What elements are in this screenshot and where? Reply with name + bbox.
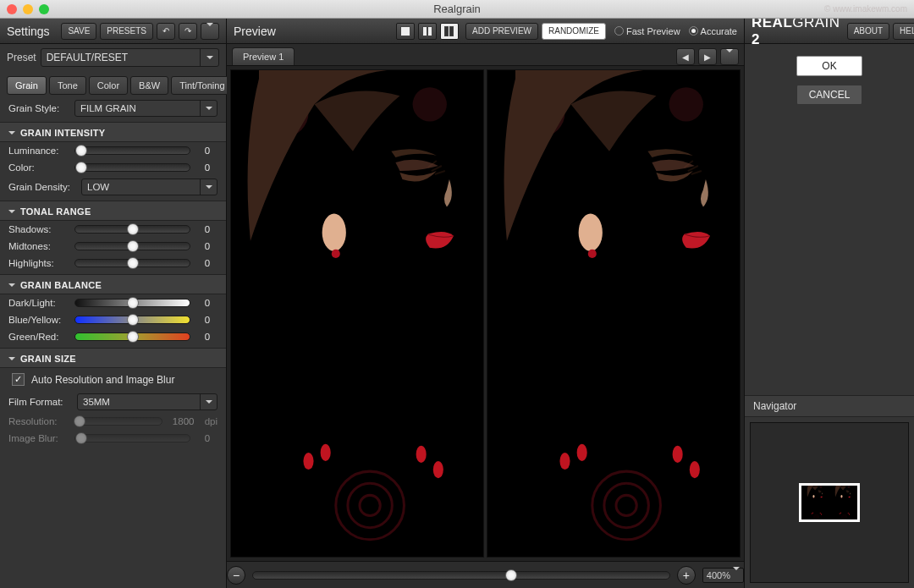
settings-label: Settings (7, 25, 50, 38)
color-slider[interactable] (74, 162, 190, 173)
luminance-slider[interactable] (74, 145, 190, 157)
blur-label: Image Blur: (8, 433, 68, 443)
blueyellow-label: Blue/Yellow: (8, 315, 68, 325)
film-format-select[interactable]: 35MM (77, 393, 217, 410)
view-single-button[interactable] (396, 23, 415, 40)
settings-tabs: Grain Tone Color B&W Tint/Toning (0, 71, 226, 97)
darklight-slider[interactable] (74, 297, 190, 309)
zoom-value-select[interactable]: 400% (702, 568, 744, 583)
tab-tint[interactable]: Tint/Toning (171, 76, 233, 95)
window-title: Realgrain (433, 3, 481, 15)
randomize-button[interactable]: RANDOMIZE (542, 23, 606, 40)
midtones-label: Midtones: (8, 241, 68, 251)
auto-resolution-checkbox[interactable]: ✓ (12, 373, 25, 386)
help-button[interactable]: HELP (893, 23, 914, 40)
blueyellow-value: 0 (197, 315, 217, 325)
midtones-slider[interactable] (74, 240, 190, 252)
darklight-label: Dark/Light: (8, 298, 68, 308)
grain-density-select[interactable]: LOW (81, 179, 217, 195)
midtones-value: 0 (197, 241, 217, 251)
section-tonal-range[interactable]: TONAL RANGE (0, 201, 226, 221)
preview-area (227, 66, 744, 561)
next-tab-button[interactable]: ▶ (698, 48, 717, 65)
grain-style-label: Grain Style: (8, 103, 69, 113)
navigator-thumbnail[interactable] (799, 483, 860, 522)
preview-tabs: Preview 1 ◀ ▶ (227, 44, 744, 66)
preview-label: Preview (234, 25, 276, 38)
view-sidebyside-button[interactable] (440, 23, 459, 40)
redo-button[interactable]: ↷ (179, 23, 197, 40)
blur-value: 0 (197, 433, 217, 443)
greenred-slider[interactable] (74, 331, 190, 343)
grain-style-select[interactable]: FILM GRAIN (74, 100, 217, 117)
greenred-value: 0 (197, 332, 217, 342)
tab-tone[interactable]: Tone (49, 76, 86, 95)
fast-preview-radio[interactable]: Fast Preview (614, 26, 680, 36)
resolution-slider (74, 415, 162, 427)
zoom-slider[interactable] (252, 569, 670, 581)
color-value: 0 (197, 162, 217, 173)
tab-grain[interactable]: Grain (7, 76, 47, 95)
watermark: © www.imakewm.com (824, 4, 907, 14)
zoom-bar: − + 400% (227, 561, 744, 588)
undo-button[interactable]: ↶ (157, 23, 175, 40)
titlebar: Realgrain © www.imakewm.com (0, 0, 914, 19)
view-split-button[interactable] (418, 23, 437, 40)
chevron-down-icon (200, 394, 217, 409)
add-preview-button[interactable]: ADD PREVIEW (465, 23, 538, 40)
luminance-label: Luminance: (8, 146, 68, 156)
darklight-value: 0 (197, 298, 217, 308)
highlights-label: Highlights: (8, 258, 68, 268)
chevron-down-icon (200, 49, 218, 66)
zoom-window-button[interactable] (39, 4, 49, 14)
greenred-label: Green/Red: (8, 332, 68, 342)
disclosure-triangle-icon (8, 357, 15, 364)
blur-slider (74, 432, 190, 444)
resolution-unit: dpi (205, 416, 217, 426)
chevron-down-icon (200, 101, 217, 116)
tab-color[interactable]: Color (89, 76, 128, 95)
section-grain-size[interactable]: GRAIN SIZE (0, 348, 226, 368)
tab-bw[interactable]: B&W (130, 76, 168, 95)
section-grain-intensity[interactable]: GRAIN INTENSITY (0, 122, 226, 142)
shadows-value: 0 (197, 224, 217, 234)
film-format-label: Film Format: (8, 397, 72, 407)
highlights-slider[interactable] (74, 257, 190, 269)
preview-original[interactable] (230, 69, 484, 558)
zoom-out-button[interactable]: − (227, 566, 245, 585)
brand-logo: REALGRAIN 2 (752, 14, 840, 48)
preset-select[interactable]: DEFAULT/RESET (41, 48, 219, 67)
settings-header: Settings SAVE PRESETS ↶ ↷ (0, 19, 226, 44)
disclosure-triangle-icon (8, 283, 15, 290)
prev-tab-button[interactable]: ◀ (676, 48, 695, 65)
disclosure-triangle-icon (8, 210, 15, 217)
history-dropdown-button[interactable] (201, 23, 219, 40)
preview-tab-1[interactable]: Preview 1 (232, 47, 295, 65)
accurate-radio[interactable]: Accurate (689, 26, 737, 36)
save-button[interactable]: SAVE (61, 23, 96, 40)
chevron-down-icon (733, 570, 740, 580)
tab-menu-button[interactable] (720, 48, 739, 65)
minimize-window-button[interactable] (23, 4, 33, 14)
disclosure-triangle-icon (8, 131, 15, 138)
preview-header: Preview ADD PREVIEW RANDOMIZE Fast Previ… (227, 19, 744, 44)
grain-density-value: LOW (87, 182, 109, 192)
auto-resolution-label: Auto Resolution and Image Blur (31, 374, 174, 386)
preview-processed[interactable] (487, 69, 741, 558)
navigator-header: Navigator (745, 395, 914, 417)
shadows-slider[interactable] (74, 223, 190, 235)
close-window-button[interactable] (7, 4, 17, 14)
blueyellow-slider[interactable] (74, 314, 190, 326)
presets-button[interactable]: PRESETS (100, 23, 153, 40)
shadows-label: Shadows: (8, 224, 68, 234)
highlights-value: 0 (197, 258, 217, 268)
preset-label: Preset (7, 52, 36, 63)
zoom-in-button[interactable]: + (677, 566, 696, 585)
color-label: Color: (8, 162, 68, 173)
cancel-button[interactable]: CANCEL (796, 85, 862, 105)
navigator-area[interactable] (750, 422, 909, 583)
about-button[interactable]: ABOUT (847, 23, 889, 40)
section-grain-balance[interactable]: GRAIN BALANCE (0, 274, 226, 294)
preset-value: DEFAULT/RESET (47, 52, 128, 63)
ok-button[interactable]: OK (796, 56, 862, 76)
